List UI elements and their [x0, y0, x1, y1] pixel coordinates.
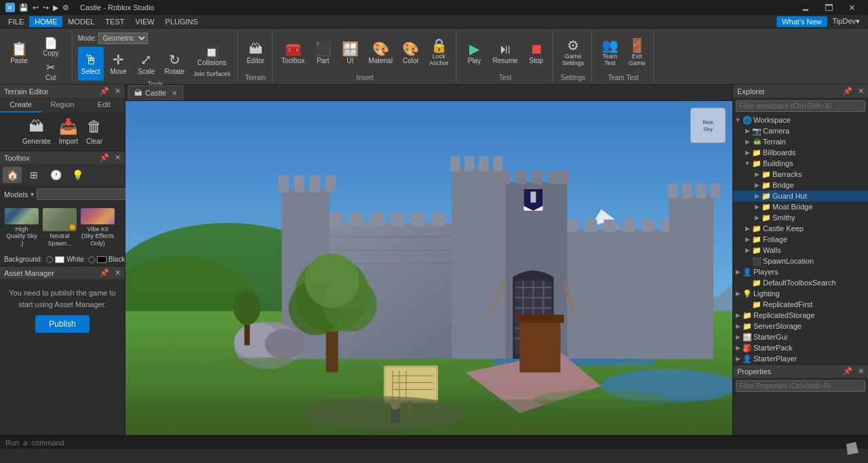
castle-tab-close[interactable]: ✕: [172, 89, 177, 97]
paste-button[interactable]: 📋 Paste: [7, 33, 31, 73]
terrain-editor-close[interactable]: ✕: [115, 87, 121, 96]
play-button[interactable]: ▶ Play: [462, 33, 486, 73]
toolbox-pin[interactable]: 📌: [100, 153, 109, 162]
svg-rect-95: [125, 399, 732, 435]
quick-save[interactable]: 💾: [19, 3, 28, 12]
bg-option-white[interactable]: White: [46, 256, 84, 263]
move-button[interactable]: ✛ Move: [106, 47, 132, 81]
tree-starterplayer[interactable]: ▶ 👤 StarterPlayer: [733, 353, 868, 364]
join-surfaces-label: Join Surfaces: [193, 71, 231, 77]
material-button[interactable]: 🎨 Material: [365, 33, 396, 73]
scale-button[interactable]: ⤢ Scale: [134, 47, 159, 81]
lock-anchor-button[interactable]: 🔒 LockAnchor: [426, 33, 452, 73]
select-button[interactable]: 🖱 Select: [78, 47, 104, 81]
tree-terrain[interactable]: ▶ 🏔 Terrain: [733, 136, 868, 147]
cut-button[interactable]: ✂ Cut: [34, 60, 68, 83]
quick-settings[interactable]: ⚙: [62, 3, 69, 12]
mode-select[interactable]: Geometric: [98, 33, 148, 44]
tree-foliage[interactable]: ▶ 📁 Foliage: [733, 234, 868, 245]
properties-close[interactable]: ✕: [858, 367, 864, 376]
tree-barracks[interactable]: ▶ 📁 Barracks: [733, 169, 868, 180]
toolbox-button[interactable]: 🧰 Toolbox: [278, 33, 308, 73]
tree-walls[interactable]: ▶ 📁 Walls: [733, 245, 868, 256]
menu-file[interactable]: FILE: [3, 16, 29, 27]
explorer-pin[interactable]: 📌: [843, 87, 852, 96]
rotate-button[interactable]: ↻ Rotate: [161, 47, 188, 81]
copy-button[interactable]: 📄 Copy: [34, 35, 68, 58]
tree-replicatedstorage[interactable]: ▶ 📁 ReplicatedStorage: [733, 310, 868, 321]
close-button[interactable]: ✕: [841, 0, 863, 15]
menu-test[interactable]: TEST: [100, 16, 130, 27]
toolbox-search-input[interactable]: [37, 188, 130, 200]
whats-new-button[interactable]: What's New: [776, 16, 827, 27]
tree-camera[interactable]: ▶ 📷 Camera: [733, 125, 868, 136]
join-surfaces-button[interactable]: Join Surfaces: [191, 69, 233, 79]
team-test-button[interactable]: 👥 TeamTest: [597, 33, 622, 73]
orientation-cube[interactable]: Rick Sky: [690, 108, 726, 143]
collisions-button[interactable]: 🔲 Collisions: [195, 45, 229, 68]
terrain-tab-edit[interactable]: Edit: [83, 98, 125, 113]
toolbox-history-btn[interactable]: 🕐: [46, 167, 65, 183]
bg-option-black[interactable]: Black: [88, 256, 125, 263]
toolbox-item-neutral[interactable]: Neutral Spawn...: [42, 207, 77, 249]
quick-play[interactable]: ▶: [53, 3, 58, 12]
tree-billboards[interactable]: ▶ 📁 Billboards: [733, 147, 868, 158]
ui-button[interactable]: 🪟 UI: [338, 33, 362, 73]
tree-startergui[interactable]: ▶ 🪟 StarterGui: [733, 331, 868, 342]
tree-lighting[interactable]: ▶ 💡 Lighting: [733, 288, 868, 299]
toolbox-grid-btn[interactable]: ⊞: [24, 167, 43, 183]
tree-smithy[interactable]: ▶ 📁 Smithy: [733, 212, 868, 223]
tree-guardhut[interactable]: ▶ 📁 Guard Hut: [733, 190, 868, 201]
toolbox-item-hq[interactable]: High Quality Sky ;): [4, 207, 39, 249]
tip-dev-button[interactable]: TipDev▾: [827, 16, 865, 27]
resume-button[interactable]: ⏯ Resume: [489, 33, 521, 73]
castle-tab[interactable]: 🏔 Castle ✕: [128, 85, 183, 100]
minimize-button[interactable]: 🗕: [795, 0, 816, 15]
viewport[interactable]: Rick Sky: [125, 101, 732, 435]
part-button[interactable]: ⬛ Part: [311, 33, 335, 73]
color-button[interactable]: 🎨 Color: [399, 33, 423, 73]
generate-action[interactable]: 🏔 Generate: [22, 118, 51, 145]
explorer-search-input[interactable]: [736, 100, 865, 112]
clear-action[interactable]: 🗑 Clear: [86, 118, 102, 145]
properties-search-input[interactable]: [736, 380, 865, 392]
toolbox-item-vibe[interactable]: Vibe Kit (Sky Effects Only): [80, 207, 115, 249]
tree-starterpack[interactable]: ▶ 🎒 StarterPack: [733, 342, 868, 353]
menu-model[interactable]: MODEL: [62, 16, 100, 27]
command-input[interactable]: [5, 439, 863, 447]
exit-game-button[interactable]: 🚪 ExitGame: [625, 33, 649, 73]
asset-manager-close[interactable]: ✕: [115, 268, 121, 277]
tree-workspace[interactable]: ▼ 🌐 Workspace: [733, 115, 868, 125]
tree-moatbridge[interactable]: ▶ 📁 Moat Bridge: [733, 201, 868, 212]
tree-spawnlocation[interactable]: ⬛ SpawnLocation: [733, 256, 868, 266]
quick-undo[interactable]: ↩: [33, 3, 39, 12]
tree-replicatedfirst[interactable]: 📁 ReplicatedFirst: [733, 299, 868, 310]
quick-redo[interactable]: ↪: [43, 3, 49, 12]
tree-buildings[interactable]: ▼ 📁 Buildings: [733, 158, 868, 169]
terrain-editor-pin[interactable]: 📌: [100, 87, 109, 96]
tree-castlekeep[interactable]: ▶ 📁 Castle Keep: [733, 223, 868, 234]
game-settings-button[interactable]: ⚙ GameSettings: [559, 33, 588, 73]
tree-bridge[interactable]: ▶ 📁 Bridge: [733, 180, 868, 190]
menu-plugins[interactable]: PLUGINS: [160, 16, 203, 27]
explorer-close[interactable]: ✕: [858, 87, 864, 96]
tree-serverstorage[interactable]: ▶ 📁 ServerStorage: [733, 321, 868, 331]
tree-defaulttoolboxsearch[interactable]: 📁 DefaultToolboxSearch: [733, 277, 868, 288]
properties-pin[interactable]: 📌: [843, 367, 852, 376]
maximize-button[interactable]: 🗖: [818, 0, 840, 15]
explorer-header: Explorer 📌 ✕: [733, 85, 868, 98]
menu-home[interactable]: HOME: [29, 16, 62, 27]
terrain-tab-region[interactable]: Region: [41, 98, 83, 113]
menu-view[interactable]: VIEW: [130, 16, 159, 27]
import-action[interactable]: 📥 Import: [59, 118, 78, 145]
stop-button[interactable]: ⏹ Stop: [524, 33, 549, 73]
toolbox-home-btn[interactable]: 🏠: [3, 167, 22, 183]
toolbox-favorites-btn[interactable]: 💡: [68, 167, 87, 183]
tree-players[interactable]: ▶ 👤 Players: [733, 266, 868, 277]
editor-button[interactable]: 🏔 Editor: [243, 33, 268, 73]
toolbox-close[interactable]: ✕: [115, 153, 121, 162]
asset-manager-pin[interactable]: 📌: [100, 268, 109, 277]
toolbox-dropdown-icon[interactable]: ▾: [31, 190, 34, 198]
terrain-tab-create[interactable]: Create: [0, 98, 41, 113]
publish-button[interactable]: Publish: [35, 315, 89, 333]
